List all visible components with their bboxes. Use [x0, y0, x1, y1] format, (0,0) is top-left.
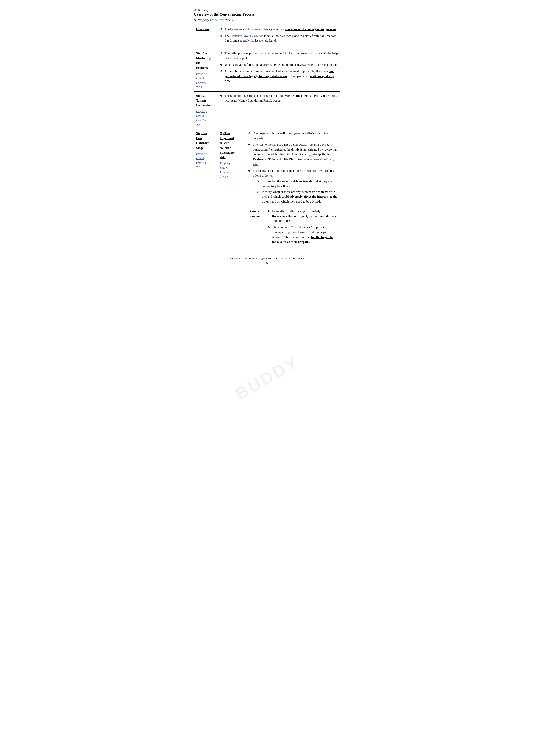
step3-content-outer: (1) Thebuyer andseller'ssolicitorinvesti… [217, 129, 340, 250]
caveat-label: CaveatEmptor [250, 209, 260, 218]
step2-bullet-1-text: The solicitor takes the client's instruc… [225, 93, 338, 103]
main-title: Overview of the Conveyancing Process [194, 12, 340, 16]
step3-bullet-1: ❖ The buyer's solicitor will investigate… [248, 131, 338, 141]
footer-text: Overview of the Conveyancing Process | 1… [194, 256, 340, 261]
step2-label: Step 2 –TakingInstructions [196, 93, 216, 108]
step1-bullet-1-text: The seller puts the property on the mark… [225, 51, 338, 61]
bullet-diamond: ❖ [248, 131, 251, 136]
step3-bullet-3: ❖ It is of essential importance that a b… [248, 168, 338, 205]
step1-content: ❖ The seller puts the property on the ma… [217, 49, 340, 92]
bullet-diamond: ❖ [248, 169, 251, 173]
step3-register-highlight: Register of Title [253, 157, 275, 161]
step1-link[interactable]: PropertyLaw &Practice,2.2.1 [196, 71, 216, 90]
step3-bullet-3-text: It is of essential importance that a buy… [253, 168, 338, 205]
overview-bullet-2-text: The Property Law & Practice module looks… [225, 33, 338, 43]
step1-label: Step 1 –MarketingtheProperty [196, 51, 216, 70]
overview-bullet-2: ❖ The Property Law & Practice module loo… [220, 33, 338, 43]
copyright-text: © LPC Buddy [194, 9, 340, 12]
page-number: 5 [194, 261, 340, 265]
step3-cell: Step 3 –Pre-ContractStage PropertyLaw &P… [194, 129, 217, 250]
subtitle-link[interactable]: Property Law & Practice, 2.2 [194, 18, 340, 22]
bullet-diamond: ❖ [220, 51, 223, 56]
caveat-content: ❖ Normally, it falls to a buyer to satis… [266, 207, 338, 248]
step3-link[interactable]: PropertyLaw &Practice,2.2.3 [196, 151, 216, 170]
step2-highlight: verifies the client's identity [285, 94, 322, 97]
caveat-label-cell: CaveatEmptor [248, 207, 266, 248]
step3-bullet-1-text: The buyer's solicitor will investigate t… [253, 131, 338, 141]
caveat-bullet-2: ❖ The maxim of "caveat emptor" applies t… [267, 225, 336, 244]
step3-sub-link[interactable]: PropertyLaw &Practice,2.2.3.1 [220, 161, 243, 179]
caveat-maxim-italic: "caveat emptor" [291, 226, 312, 229]
overview-bullet-1: ❖ The below sets out, by way of backgrou… [220, 27, 338, 32]
bullet-diamond: ❖ [267, 225, 271, 230]
steps-table: Step 1 –MarketingtheProperty PropertyLaw… [194, 49, 340, 250]
step3-sub-bullet-2-text: Identify whether there are any defects o… [262, 189, 338, 204]
step1-bullet-2: ❖ When a buyer is found and a price is a… [220, 62, 338, 67]
caveat-bullet-2-text: The maxim of "caveat emptor" applies to … [272, 225, 336, 244]
bullet-diamond: ❖ [220, 69, 223, 73]
step2-link[interactable]: PropertyLaw &Practice,2.2.2 [196, 109, 216, 127]
bullet-diamond: ❖ [248, 143, 251, 147]
step3-sub-bullet-2: ➤ Identify whether there are any defects… [257, 189, 338, 204]
caveat-row-1: CaveatEmptor ❖ Normally, it falls to a b… [248, 207, 338, 248]
step1-bullet-2-text: When a buyer is found and a price is agr… [225, 62, 338, 67]
bullet-diamond: ❖ [220, 63, 223, 67]
bullet-diamond: ❖ [220, 94, 223, 98]
caveat-buyer-italic: buyer [300, 209, 308, 213]
step3-bullet-2-text: The title to the land is what a seller a… [253, 142, 338, 167]
step3-sub-label-cell: (1) Thebuyer andseller'ssolicitorinvesti… [218, 129, 246, 250]
step3-able-transfer-highlight: able to transfer [293, 179, 314, 183]
step3-sub-bullet-1-text: Ensure that the seller is able to transf… [262, 179, 338, 189]
step2-bullet-1: ❖ The solicitor takes the client's instr… [220, 93, 338, 103]
step3-italic-title: title [259, 143, 264, 146]
bullet-diamond: ❖ [220, 27, 223, 32]
overview-content: ❖ The below sets out, by way of backgrou… [217, 25, 340, 47]
caveat-bullet-1-text: Normally, it falls to a buyer to satisfy… [272, 209, 336, 223]
step1-bullet-1: ❖ The seller puts the property on the ma… [220, 51, 338, 61]
bullet-diamond: ❖ [267, 209, 271, 213]
step3-sub-label: (1) Thebuyer andseller'ssolicitorinvesti… [220, 131, 243, 160]
overview-table: Overview ❖ The below sets out, by way of… [194, 25, 340, 47]
step3-label: Step 3 –Pre-ContractStage [196, 131, 216, 150]
arrow-icon: ➤ [257, 190, 261, 194]
plp-link-overview[interactable]: Property Law & Practice [231, 34, 263, 38]
step3-defects-highlight: defects or problems [302, 190, 328, 194]
overview-highlight: overview of the conveyancing process [285, 27, 337, 31]
step2-row: Step 2 –TakingInstructions PropertyLaw &… [194, 92, 340, 129]
step1-cell: Step 1 –MarketingtheProperty PropertyLaw… [194, 49, 217, 92]
step1-bullet-3: ❖ Although the buyer and seller have rea… [220, 69, 338, 83]
overview-row: Overview ❖ The below sets out, by way of… [194, 25, 340, 47]
bullet-diamond: ❖ [220, 34, 223, 38]
step1-row: Step 1 –MarketingtheProperty PropertyLaw… [194, 49, 340, 92]
overview-bullet-1-text: The below sets out, by way of background… [225, 27, 338, 32]
caveat-table: CaveatEmptor ❖ Normally, it falls to a b… [248, 207, 338, 248]
step3-inner-row: (1) Thebuyer andseller'ssolicitorinvesti… [218, 129, 340, 250]
step2-cell: Step 2 –TakingInstructions PropertyLaw &… [194, 92, 217, 129]
step3-row: Step 3 –Pre-ContractStage PropertyLaw &P… [194, 129, 340, 250]
step3-inner-table: (1) Thebuyer andseller'ssolicitorinvesti… [218, 129, 340, 250]
step3-bullet-2: ❖ The title to the land is what a seller… [248, 142, 338, 167]
overview-label: Overview [194, 25, 217, 47]
footer: Overview of the Conveyancing Process | 1… [194, 256, 340, 265]
step1-bullet-3-text: Although the buyer and seller have reach… [225, 69, 338, 83]
caveat-bullet-1: ❖ Normally, it falls to a buyer to satis… [267, 209, 336, 223]
step3-sub-bullet-1: ➤ Ensure that the seller is able to tran… [257, 179, 338, 189]
step2-content: ❖ The solicitor takes the client's instr… [217, 92, 340, 129]
arrow-icon: ➤ [257, 179, 261, 184]
caveat-buyer-bargain-highlight: for the buyer to make sure of their barg… [272, 235, 333, 244]
step3-title-plan-highlight: Title Plan [282, 157, 295, 161]
step3-adverse-highlight: adversely affect the interests of the bu… [262, 195, 337, 203]
step3-content-cell: ❖ The buyer's solicitor will investigate… [246, 129, 340, 250]
